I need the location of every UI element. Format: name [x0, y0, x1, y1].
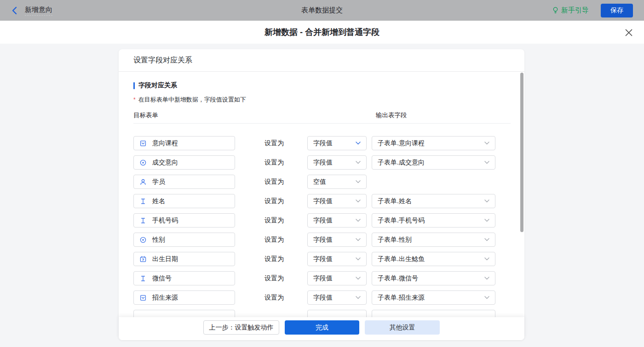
target-field-label: 微信号 — [152, 274, 172, 283]
other-settings-button[interactable]: 其他设置 — [365, 320, 440, 335]
output-field-selected: 子表单.出生鲶鱼 — [378, 255, 481, 263]
target-field-label: 性别 — [152, 236, 165, 244]
modal-body: 设置字段对应关系 字段对应关系 *在目标表单中新增数据，字段值设置如下 目标表单… — [0, 44, 644, 347]
calendar-field-icon — [139, 256, 147, 263]
set-as-label: 设置为 — [264, 155, 284, 170]
mapping-scroll-area: 字段对应关系 *在目标表单中新增数据，字段值设置如下 目标表单 输出表字段 意向… — [119, 72, 524, 317]
value-mode-selected: 字段值 — [313, 139, 352, 148]
mode-select[interactable] — [307, 310, 367, 317]
output-field-select[interactable]: 子表单.手机号码 — [372, 213, 495, 228]
target-field-chip: 学员 — [133, 175, 235, 189]
column-header-target-form: 目标表单 — [133, 111, 158, 119]
target-field-label: 成交意向 — [152, 159, 178, 167]
value-mode-select[interactable]: 字段值 — [307, 194, 367, 208]
target-field-label: 姓名 — [152, 197, 165, 205]
value-mode-selected: 空值 — [313, 178, 352, 186]
page-title: 表单数据提交 — [0, 0, 644, 21]
output-field-select[interactable]: 子表单.招生来源 — [372, 290, 495, 305]
output-select[interactable] — [372, 310, 495, 317]
value-mode-select[interactable]: 字段值 — [307, 271, 367, 285]
output-field-select[interactable]: 子表单.意向课程 — [372, 136, 495, 150]
table-row: 微信号 设置为 字段值 子表单.微信号 — [119, 271, 524, 285]
output-field-selected: 子表单.意向课程 — [378, 139, 481, 148]
set-as-label: 设置为 — [264, 213, 284, 228]
guide-label: 新手引导 — [561, 6, 589, 15]
value-mode-select[interactable]: 空值 — [307, 175, 367, 189]
output-field-select[interactable]: 子表单.性别 — [372, 233, 495, 247]
set-as-label: 设置为 — [264, 233, 284, 247]
output-field-select[interactable]: 子表单.微信号 — [372, 271, 495, 285]
table-row-partial — [119, 310, 524, 317]
value-mode-select[interactable]: 字段值 — [307, 252, 367, 266]
chevron-down-icon — [484, 142, 489, 145]
output-field-selected: 子表单.手机号码 — [378, 216, 481, 225]
modal-title: 新增数据 - 合并新增到普通字段 — [0, 21, 644, 44]
output-field-selected: 子表单.姓名 — [378, 197, 481, 205]
output-field-select[interactable]: 子表单.出生鲶鱼 — [372, 252, 495, 266]
output-field-selected: 子表单.招生来源 — [378, 294, 481, 302]
value-mode-select[interactable]: 字段值 — [307, 233, 367, 247]
table-row: 学员 设置为 空值 — [119, 175, 524, 189]
chevron-down-icon — [356, 142, 361, 145]
output-field-selected: 子表单.性别 — [378, 236, 481, 244]
chevron-down-icon — [484, 238, 489, 241]
text-field-icon — [139, 275, 147, 282]
mapping-card: 设置字段对应关系 字段对应关系 *在目标表单中新增数据，字段值设置如下 目标表单… — [119, 49, 524, 340]
required-note: *在目标表单中新增数据，字段值设置如下 — [133, 96, 246, 104]
text-field-icon — [139, 198, 147, 205]
table-row: 姓名 设置为 字段值 子表单.姓名 — [119, 194, 524, 208]
target-field-chip: 手机号码 — [133, 213, 235, 228]
value-mode-select[interactable]: 字段值 — [307, 136, 367, 150]
text-field-icon — [139, 217, 147, 224]
set-as-label: 设置为 — [264, 252, 284, 266]
chevron-down-icon — [356, 238, 361, 241]
output-field-select[interactable]: 子表单.成交意向 — [372, 155, 495, 170]
save-button[interactable]: 保存 — [601, 4, 633, 17]
card-footer: 上一步：设置触发动作 完成 其他设置 — [119, 317, 524, 340]
table-row: 手机号码 设置为 字段值 子表单.手机号码 — [119, 213, 524, 228]
chevron-down-icon — [356, 199, 361, 203]
chevron-down-icon — [356, 277, 361, 280]
table-row: 性别 设置为 字段值 子表单.性别 — [119, 233, 524, 247]
previous-step-button[interactable]: 上一步：设置触发动作 — [203, 320, 279, 335]
column-divider — [133, 123, 511, 124]
table-row: 成交意向 设置为 字段值 子表单.成交意向 — [119, 155, 524, 170]
chevron-down-icon — [484, 199, 489, 203]
section-accent-bar — [133, 82, 135, 89]
table-row: 意向课程 设置为 字段值 子表单.意向课程 — [119, 136, 524, 150]
select-field-icon — [139, 294, 147, 301]
close-icon[interactable] — [624, 28, 634, 38]
value-mode-selected: 字段值 — [313, 255, 352, 263]
field-chip — [133, 310, 235, 317]
value-mode-select[interactable]: 字段值 — [307, 213, 367, 228]
section-title: 字段对应关系 — [138, 81, 177, 90]
set-as-label: 设置为 — [264, 271, 284, 285]
target-field-label: 意向课程 — [152, 139, 178, 148]
output-field-select[interactable]: 子表单.姓名 — [372, 194, 495, 208]
chevron-down-icon — [356, 161, 361, 164]
value-mode-select[interactable]: 字段值 — [307, 155, 367, 170]
radio-field-icon — [139, 159, 147, 166]
set-as-label: 设置为 — [264, 136, 284, 150]
chevron-down-icon — [484, 296, 489, 299]
target-field-chip: 招生来源 — [133, 290, 235, 305]
chevron-down-icon — [484, 277, 489, 280]
scrollbar-thumb[interactable] — [520, 73, 523, 232]
chevron-down-icon — [356, 257, 361, 261]
output-field-selected: 子表单.微信号 — [378, 274, 481, 283]
target-field-label: 招生来源 — [152, 294, 178, 302]
modal-header: 新增数据 - 合并新增到普通字段 — [0, 21, 644, 44]
value-mode-selected: 字段值 — [313, 216, 352, 225]
table-row: 招生来源 设置为 字段值 子表单.招生来源 — [119, 290, 524, 305]
value-mode-selected: 字段值 — [313, 236, 352, 244]
done-button[interactable]: 完成 — [285, 320, 359, 335]
chevron-down-icon — [356, 296, 361, 299]
output-field-selected: 子表单.成交意向 — [378, 159, 481, 167]
table-row: 出生日期 设置为 字段值 子表单.出生鲶鱼 — [119, 252, 524, 266]
value-mode-select[interactable]: 字段值 — [307, 290, 367, 305]
topbar: 新增意向 表单数据提交 新手引导 保存 — [0, 0, 644, 21]
beginner-guide-link[interactable]: 新手引导 — [552, 6, 589, 15]
person-field-icon — [139, 178, 147, 186]
target-field-chip: 性别 — [133, 233, 235, 247]
target-field-chip: 成交意向 — [133, 155, 235, 170]
